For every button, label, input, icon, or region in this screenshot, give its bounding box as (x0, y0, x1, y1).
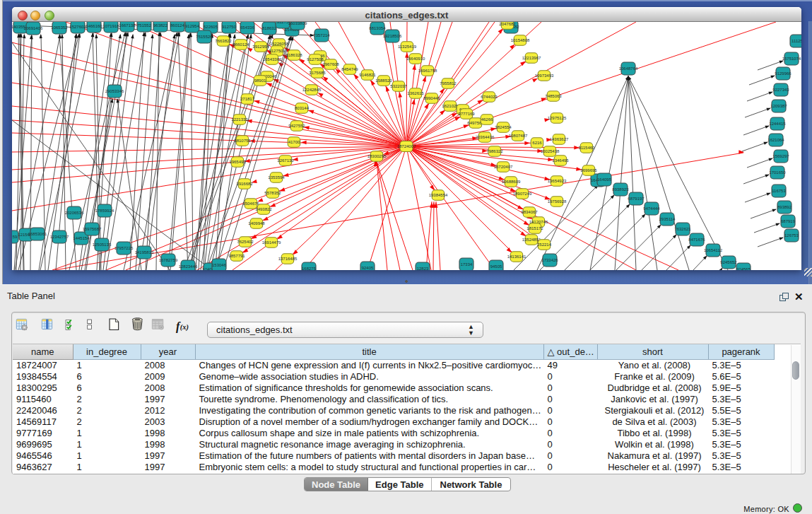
svg-text:18724007: 18724007 (397, 144, 416, 148)
svg-text:3824554: 3824554 (495, 125, 512, 129)
svg-text:15751074: 15751074 (782, 57, 801, 61)
svg-text:98901: 98901 (254, 78, 266, 83)
svg-text:17334: 17334 (461, 262, 473, 267)
svg-text:6466160: 6466160 (86, 24, 102, 28)
svg-text:1445154: 1445154 (73, 236, 90, 240)
svg-text:687919: 687919 (781, 219, 796, 223)
svg-text:46266: 46266 (481, 117, 493, 122)
svg-text:3912954: 3912954 (252, 45, 269, 49)
svg-text:12823446: 12823446 (179, 264, 198, 269)
svg-text:6744023: 6744023 (481, 95, 498, 99)
svg-text:12975125: 12975125 (548, 116, 567, 120)
svg-text:12213967: 12213967 (522, 56, 541, 60)
svg-text:12823: 12823 (417, 267, 429, 270)
svg-text:9427552: 9427552 (288, 124, 305, 128)
svg-text:7515526: 7515526 (196, 35, 213, 39)
svg-text:7357214: 7357214 (313, 33, 330, 37)
svg-text:16914479: 16914479 (262, 240, 281, 245)
svg-text:9115460: 9115460 (579, 146, 596, 150)
svg-text:12342757: 12342757 (50, 235, 69, 239)
svg-text:13716485: 13716485 (278, 257, 298, 261)
svg-text:10807487: 10807487 (509, 134, 528, 138)
svg-text:7485063: 7485063 (545, 94, 562, 98)
svg-text:10973493: 10973493 (535, 74, 554, 78)
svg-text:963822: 963822 (153, 23, 168, 28)
svg-text:10648764: 10648764 (619, 66, 638, 71)
svg-text:912750: 912750 (222, 25, 237, 29)
svg-text:7625402: 7625402 (237, 240, 254, 244)
svg-text:17859924: 17859924 (95, 209, 114, 213)
svg-text:19218506: 19218506 (383, 34, 402, 38)
svg-text:893892: 893892 (777, 205, 792, 209)
svg-text:19756928: 19756928 (548, 199, 567, 204)
svg-text:3267130: 3267130 (277, 158, 294, 163)
svg-text:860124: 860124 (170, 23, 185, 28)
svg-text:8813054: 8813054 (369, 26, 386, 30)
svg-text:17957225: 17957225 (114, 246, 134, 250)
svg-text:1504676: 1504676 (242, 201, 259, 206)
svg-text:16640910: 16640910 (406, 57, 425, 61)
svg-text:912954: 912954 (185, 24, 200, 28)
svg-text:3175685: 3175685 (309, 71, 326, 75)
svg-text:92405: 92405 (362, 266, 374, 270)
svg-text:818632: 818632 (262, 26, 277, 30)
svg-text:20364436: 20364436 (476, 135, 495, 139)
svg-text:803144: 803144 (295, 106, 310, 110)
svg-text:1209387: 1209387 (770, 104, 787, 108)
svg-text:1667138: 1667138 (119, 23, 136, 28)
svg-text:1569297: 1569297 (772, 154, 789, 158)
svg-text:14195813: 14195813 (135, 250, 154, 255)
svg-text:8186328: 8186328 (286, 53, 302, 57)
svg-text:10688609: 10688609 (502, 180, 521, 184)
svg-text:168275: 168275 (302, 267, 317, 270)
svg-text:20691406: 20691406 (24, 26, 43, 30)
svg-text:94505: 94505 (490, 264, 502, 269)
svg-text:2935114: 2935114 (659, 217, 676, 221)
svg-text:20206536: 20206536 (65, 211, 84, 215)
svg-text:9777169: 9777169 (458, 112, 475, 116)
svg-text:10654112: 10654112 (704, 248, 723, 252)
svg-text:39159: 39159 (12, 235, 18, 239)
svg-text:7955812: 7955812 (440, 81, 457, 86)
svg-text:1965493: 1965493 (229, 160, 246, 164)
svg-text:15975687: 15975687 (83, 227, 102, 231)
svg-text:14363627: 14363627 (550, 137, 569, 141)
svg-text:1815172: 1815172 (526, 226, 543, 230)
svg-text:6879197: 6879197 (628, 197, 645, 201)
svg-text:654336: 654336 (240, 25, 255, 30)
svg-text:153046: 153046 (212, 263, 227, 267)
svg-text:164095: 164095 (597, 177, 612, 182)
svg-text:271817: 271817 (240, 97, 255, 101)
svg-text:9474444: 9474444 (643, 206, 660, 211)
svg-text:12242845: 12242845 (302, 88, 322, 92)
svg-text:9146821: 9146821 (359, 73, 376, 77)
svg-text:1353594: 1353594 (268, 175, 285, 180)
svg-text:1409948: 1409948 (248, 221, 265, 226)
svg-text:1221333: 1221333 (231, 117, 248, 122)
svg-text:29053346: 29053346 (105, 89, 124, 93)
svg-text:1701650: 1701650 (769, 170, 786, 175)
svg-text:16033809: 16033809 (288, 22, 307, 25)
svg-text:16961758: 16961758 (418, 69, 437, 73)
svg-text:1346495: 1346495 (552, 158, 569, 163)
svg-text:91275: 91275 (277, 22, 289, 24)
svg-text:16782759: 16782759 (159, 258, 178, 262)
svg-text:8660124: 8660124 (233, 42, 249, 47)
svg-text:9245652: 9245652 (720, 260, 737, 264)
svg-text:1527602: 1527602 (69, 25, 86, 29)
svg-text:16543362: 16543362 (263, 57, 282, 62)
svg-text:8938923: 8938923 (612, 187, 629, 192)
svg-text:7663822: 7663822 (215, 39, 232, 43)
svg-text:18300295: 18300295 (367, 154, 387, 158)
svg-text:8990443: 8990443 (423, 96, 440, 100)
svg-text:1916682: 1916682 (236, 182, 253, 186)
svg-text:11125: 11125 (792, 39, 801, 43)
svg-text:6216: 6216 (532, 141, 542, 145)
svg-text:1071918: 1071918 (102, 24, 119, 28)
svg-text:8454749: 8454749 (341, 67, 358, 71)
svg-text:41700: 41700 (288, 140, 300, 144)
svg-text:751552: 751552 (137, 23, 152, 28)
svg-text:9127509: 9127509 (269, 49, 286, 53)
svg-text:9699695: 9699695 (580, 168, 597, 173)
svg-text:15720407: 15720407 (494, 165, 513, 169)
